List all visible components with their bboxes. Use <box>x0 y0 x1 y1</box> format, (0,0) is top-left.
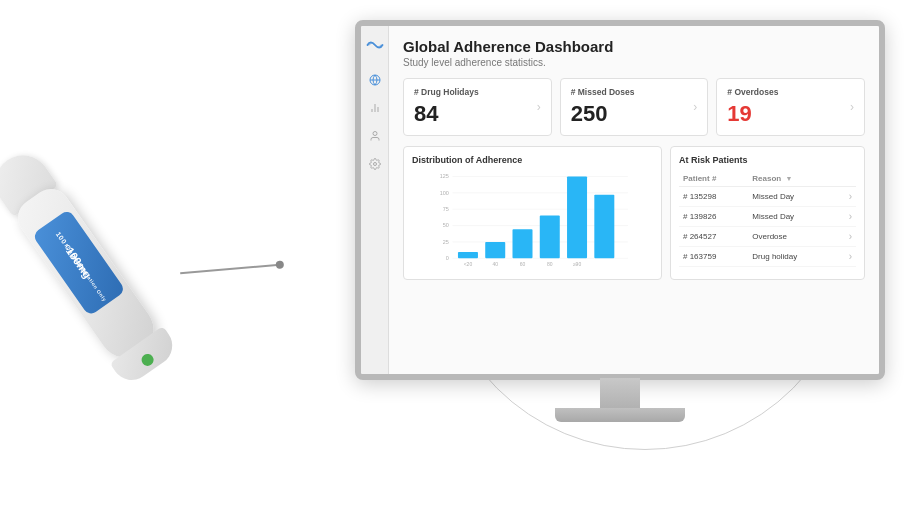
sort-arrow-icon: ▼ <box>785 175 792 182</box>
svg-rect-24 <box>594 195 614 259</box>
stat-card-left-1: # Drug Holidays 84 <box>414 87 479 127</box>
stat-value-2: 250 <box>571 101 635 127</box>
dashboard-content: Global Adherence Dashboard Study level a… <box>389 26 879 374</box>
svg-text:<20: <20 <box>464 261 473 267</box>
patient-reason: Drug holiday <box>748 247 837 267</box>
stat-chevron-1: › <box>537 100 541 114</box>
svg-text:≥90: ≥90 <box>573 261 582 267</box>
svg-point-6 <box>373 163 376 166</box>
patient-id: # 139826 <box>679 207 748 227</box>
chart-title: Distribution of Adherence <box>412 155 653 165</box>
page-title: Global Adherence Dashboard <box>403 38 865 55</box>
svg-text:0: 0 <box>446 255 449 261</box>
table-row[interactable]: # 163759 Drug holiday › <box>679 247 856 267</box>
patient-reason: Missed Day <box>748 207 837 227</box>
svg-point-5 <box>373 132 377 136</box>
stat-label-3: # Overdoses <box>727 87 778 97</box>
connector-dot <box>275 260 284 269</box>
stat-card-left-3: # Overdoses 19 <box>727 87 778 127</box>
svg-text:75: 75 <box>443 206 449 212</box>
inhaler-device: 100 Capsules 100mg For Oral Inhalation O… <box>10 181 164 368</box>
patient-id: # 264527 <box>679 227 748 247</box>
patient-reason: Missed Day <box>748 187 837 207</box>
table-row[interactable]: # 264527 Overdose › <box>679 227 856 247</box>
monitor-inner: Global Adherence Dashboard Study level a… <box>361 26 879 374</box>
stat-label-1: # Drug Holidays <box>414 87 479 97</box>
row-chevron[interactable]: › <box>837 227 856 247</box>
svg-text:40: 40 <box>492 261 498 267</box>
stat-card-missed-doses[interactable]: # Missed Doses 250 › <box>560 78 709 136</box>
stat-card-left-2: # Missed Doses 250 <box>571 87 635 127</box>
row-chevron[interactable]: › <box>837 247 856 267</box>
stat-chevron-3: › <box>850 100 854 114</box>
chart-area: 125 100 75 50 25 0 <box>412 171 653 271</box>
inhaler-label: 100 Capsules 100mg For Oral Inhalation O… <box>32 209 126 317</box>
table-row[interactable]: # 135298 Missed Day › <box>679 187 856 207</box>
stat-label-2: # Missed Doses <box>571 87 635 97</box>
svg-text:125: 125 <box>440 173 449 179</box>
svg-rect-23 <box>567 176 587 258</box>
patient-reason: Overdose <box>748 227 837 247</box>
inhaler-body: 100 Capsules 100mg For Oral Inhalation O… <box>10 181 164 368</box>
stat-card-overdoses[interactable]: # Overdoses 19 › <box>716 78 865 136</box>
svg-rect-19 <box>458 252 478 258</box>
row-chevron[interactable]: › <box>837 207 856 227</box>
patients-title: At Risk Patients <box>679 155 856 165</box>
stat-value-3: 19 <box>727 101 778 127</box>
stat-chevron-2: › <box>693 100 697 114</box>
svg-text:100: 100 <box>440 190 449 196</box>
sidebar-globe-icon[interactable] <box>367 72 383 88</box>
col-header-patient: Patient # <box>679 171 748 187</box>
patients-table: Patient # Reason ▼ # 135298 Missed Day ›… <box>679 171 856 267</box>
monitor-screen: Global Adherence Dashboard Study level a… <box>355 20 885 380</box>
green-indicator-dot <box>139 352 156 369</box>
sidebar <box>361 26 389 374</box>
inhaler-illustration: 100 Capsules 100mg For Oral Inhalation O… <box>20 120 300 420</box>
patient-id: # 163759 <box>679 247 748 267</box>
stat-card-drug-holidays[interactable]: # Drug Holidays 84 › <box>403 78 552 136</box>
table-header-row: Patient # Reason ▼ <box>679 171 856 187</box>
monitor: Global Adherence Dashboard Study level a… <box>355 20 885 440</box>
svg-rect-20 <box>485 242 505 258</box>
svg-text:50: 50 <box>443 222 449 228</box>
svg-rect-21 <box>513 229 533 258</box>
svg-text:80: 80 <box>547 261 553 267</box>
logo-icon <box>366 38 384 52</box>
chart-section: Distribution of Adherence 125 100 75 50 … <box>403 146 662 280</box>
connector-line <box>180 264 280 274</box>
page-subtitle: Study level adherence statistics. <box>403 57 865 68</box>
bottom-section: Distribution of Adherence 125 100 75 50 … <box>403 146 865 280</box>
sidebar-person-icon[interactable] <box>367 128 383 144</box>
col-header-action <box>837 171 856 187</box>
sidebar-settings-icon[interactable] <box>367 156 383 172</box>
inhaler-label-text2: For Oral Inhalation Only <box>64 243 108 303</box>
table-row[interactable]: # 139826 Missed Day › <box>679 207 856 227</box>
inhaler-bottom <box>110 326 180 388</box>
svg-rect-22 <box>540 216 560 259</box>
stat-cards: # Drug Holidays 84 › # Missed Doses 250 … <box>403 78 865 136</box>
monitor-stand-base <box>555 408 685 422</box>
monitor-stand-neck <box>600 378 640 410</box>
stat-value-1: 84 <box>414 101 479 127</box>
patient-id: # 135298 <box>679 187 748 207</box>
adherence-chart: 125 100 75 50 25 0 <box>412 171 653 271</box>
patients-section: At Risk Patients Patient # Reason ▼ <box>670 146 865 280</box>
row-chevron[interactable]: › <box>837 187 856 207</box>
svg-text:60: 60 <box>520 261 526 267</box>
sidebar-chart-icon[interactable] <box>367 100 383 116</box>
col-header-reason: Reason ▼ <box>748 171 837 187</box>
svg-text:25: 25 <box>443 239 449 245</box>
